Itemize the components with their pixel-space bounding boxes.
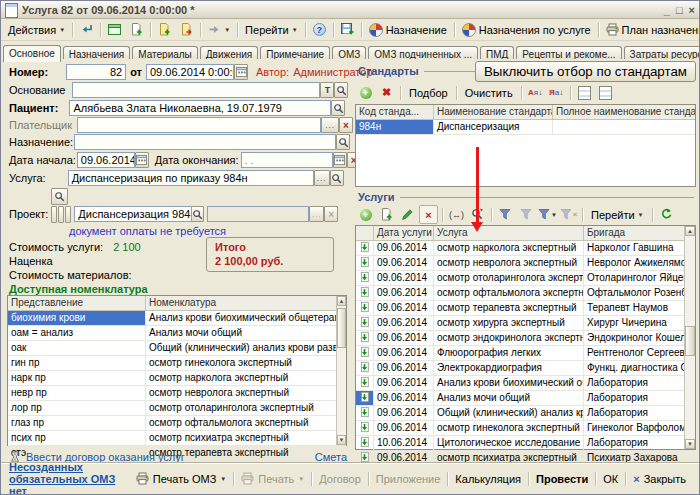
filter-settings-button[interactable]	[496, 205, 515, 224]
table-row[interactable]: оакОбщий (клинический) анализ крови разв…	[8, 341, 346, 356]
column-header[interactable]: Представление	[8, 296, 146, 310]
calendar-button[interactable]	[135, 152, 149, 168]
table-row[interactable]: 09.06.2014осмотр невролога экспертныйНев…	[356, 256, 695, 271]
actions-menu-button[interactable]: Действия▼	[4, 22, 69, 38]
calendar-button[interactable]	[234, 64, 248, 80]
disable-standards-filter-button[interactable]: Выключить отбор по стандартам	[475, 61, 696, 82]
payer-select-button[interactable]	[321, 117, 339, 133]
tab-osnovnoe[interactable]: Основное	[3, 45, 61, 62]
kalkulyaciya-button[interactable]: Калькуляция	[450, 471, 526, 487]
refresh-button[interactable]	[657, 205, 676, 224]
post-document-button[interactable]	[176, 21, 197, 38]
delete-row-button[interactable]: ×	[419, 205, 438, 224]
vertical-scrollbar[interactable]: ▲ ▼	[336, 296, 346, 445]
close-form-button[interactable]: ×Закрыть	[628, 471, 691, 487]
table-row[interactable]: гин просмотр гинеколога экспертный	[8, 356, 346, 371]
omz-status-link[interactable]: Несозданных обязательных ОМЗ нет	[9, 461, 131, 495]
project-combo[interactable]: Диспансеризация 984н	[74, 206, 192, 222]
set-interval-button[interactable]	[447, 205, 466, 224]
add-copy-button[interactable]	[377, 205, 396, 224]
text-edit-button[interactable]	[320, 82, 334, 98]
table-row[interactable]: биохимия кровиАнализ крови биохимический…	[8, 311, 346, 326]
table-row[interactable]: 09.06.2014осмотр нарколога экспертныйНар…	[356, 241, 695, 256]
column-header[interactable]: Дата услуги	[374, 226, 434, 240]
scroll-thumb[interactable]	[685, 326, 695, 356]
column-header[interactable]: Полное наименование стандарта	[553, 105, 695, 119]
number-field[interactable]: 82	[66, 64, 126, 80]
provesti-button[interactable]: Провести	[531, 471, 593, 487]
usluga-select-button[interactable]	[314, 170, 330, 186]
scroll-up-arrow[interactable]: ▲	[337, 296, 346, 306]
ochistit-button[interactable]: Очистить	[461, 85, 517, 101]
table-row-current[interactable]: 09.06.2014Анализ мочи общийЛаборатория	[356, 391, 695, 406]
table-row[interactable]: лор просмотр отоларинголога экспертный	[8, 401, 346, 416]
scroll-up-arrow[interactable]: ▲	[685, 226, 695, 236]
minimize-button[interactable]: _	[664, 4, 670, 16]
patient-field[interactable]: Алябьева Злата Николаевна, 19.07.1979	[69, 100, 331, 116]
list-settings-button[interactable]	[575, 83, 594, 102]
table-row[interactable]: оам = анализАнализ мочи общий	[8, 326, 346, 341]
project-split-buttons[interactable]	[51, 206, 71, 223]
podbor-button[interactable]: Подбор	[405, 85, 452, 101]
table-row[interactable]: псих просмотр психиатра экспертный	[8, 431, 346, 446]
reread-button[interactable]	[104, 21, 125, 38]
table-row[interactable]: 09.06.2014осмотр хирурга экспертныйХирур…	[356, 316, 695, 331]
close-button[interactable]: ×	[689, 4, 695, 16]
table-row[interactable]: 09.06.2014Анализ крови биохимический общ…	[356, 376, 695, 391]
print-omz-button[interactable]: Печать ОМЗ▼	[131, 470, 231, 487]
project-extra-clear-button[interactable]	[324, 206, 338, 222]
column-header[interactable]: Услуга	[434, 226, 584, 240]
dogovor-button[interactable]: Договор	[314, 471, 366, 487]
table-row[interactable]: 09.06.2014осмотр эндокринолога экспертны…	[356, 331, 695, 346]
save-register-button[interactable]	[337, 21, 358, 38]
edit-button[interactable]	[398, 205, 417, 224]
project-lookup-button[interactable]	[190, 206, 204, 222]
goto-menu-button[interactable]: Перейти▼	[241, 22, 302, 38]
add-button[interactable]: +	[356, 83, 375, 102]
sort-desc-button[interactable]: Яа↓	[547, 83, 566, 102]
table-row[interactable]: 09.06.2014Флюорография легкихРентгенолог…	[356, 346, 695, 361]
ok-button[interactable]: ОК	[598, 471, 623, 487]
print-button[interactable]: Печать▼	[236, 470, 309, 487]
table-row[interactable]: нарк просмотр нарколога экспертный	[8, 371, 346, 386]
copy-document-button[interactable]	[154, 21, 175, 38]
table-row[interactable]: глаз просмотр офтальмолога экспертный	[8, 416, 346, 431]
plan-naznacheniy-button[interactable]: План назначений	[602, 21, 700, 38]
table-row[interactable]: невр просмотр невролога экспертный	[8, 386, 346, 401]
table-row[interactable]: 10.06.2014Цитологическое исследование тк…	[356, 436, 695, 451]
osnovanie-lookup-button[interactable]	[334, 82, 348, 98]
clear-filter-button[interactable]: ×	[559, 205, 578, 224]
scroll-thumb[interactable]	[337, 308, 346, 348]
naznachenie-field[interactable]	[74, 134, 336, 150]
delete-button[interactable]: ✖	[377, 83, 396, 102]
scroll-down-arrow[interactable]: ▼	[685, 439, 695, 449]
column-header[interactable]: Наименование стандарта	[434, 105, 553, 119]
table-row[interactable]: 09.06.2014осмотр офтальмолога экспертный…	[356, 286, 695, 301]
table-row[interactable]: 09.06.2014осмотр гинеколога экспертныйГи…	[356, 421, 695, 436]
table-row[interactable]: 09.06.2014Общий (клинический) анализ кро…	[356, 406, 695, 421]
services-goto-button[interactable]: Перейти▼	[587, 207, 648, 223]
prilozhenie-button[interactable]: Приложение	[371, 471, 446, 487]
calendar-button[interactable]	[333, 152, 347, 168]
column-header[interactable]: Код станда...	[356, 105, 434, 119]
patient-lookup-button[interactable]	[331, 100, 345, 116]
column-header[interactable]: Номенклатура	[146, 296, 337, 310]
payer-field[interactable]	[77, 117, 321, 133]
output-list-button[interactable]	[596, 83, 615, 102]
filter-menu-button[interactable]: ▼	[538, 205, 557, 224]
scroll-down-arrow[interactable]: ▼	[337, 435, 346, 445]
write-close-button[interactable]	[76, 21, 97, 38]
add-button[interactable]: +	[356, 205, 375, 224]
column-header[interactable]: Бригада	[584, 226, 686, 240]
sort-asc-button[interactable]: Ая↓	[526, 83, 545, 102]
filter-by-value-button[interactable]	[517, 205, 536, 224]
usluga-field[interactable]: Диспансеризация по приказу 984н	[68, 170, 314, 186]
help-button[interactable]: ?	[309, 21, 330, 38]
osnovanie-field[interactable]	[72, 82, 320, 98]
new-document-button[interactable]	[126, 21, 147, 38]
vertical-scrollbar[interactable]: ▲ ▼	[684, 226, 695, 449]
document-date-field[interactable]: 09.06.2014 0:00:00	[146, 64, 234, 80]
table-row[interactable]: 984н Диспансеризация	[356, 120, 695, 135]
go-button[interactable]: ▼	[204, 21, 234, 38]
date-start-field[interactable]: 09.06.2014	[77, 152, 135, 168]
